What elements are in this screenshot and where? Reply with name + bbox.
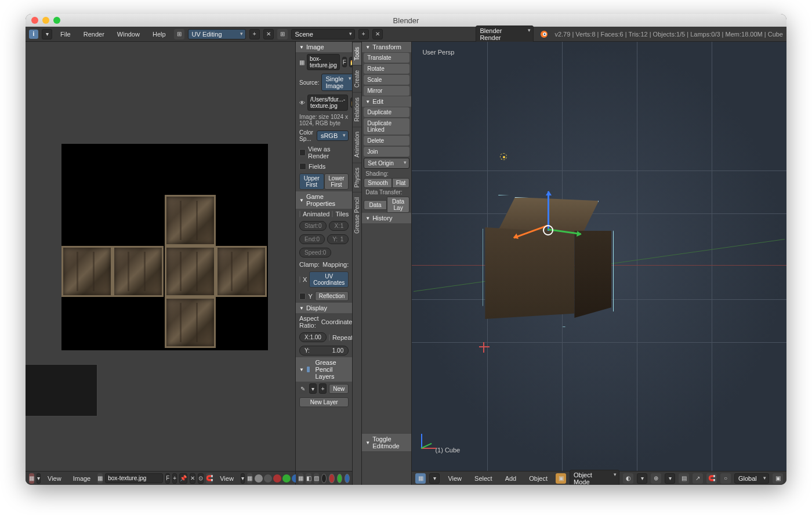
animated-checkbox[interactable] [299, 211, 300, 217]
toggle-editmode-header[interactable]: Toggle Editmode [362, 434, 411, 451]
grease-add-icon[interactable]: + [319, 383, 327, 394]
menu-window[interactable]: Window [113, 30, 144, 39]
menu-file[interactable]: File [56, 30, 75, 39]
rotate-button[interactable]: Rotate [364, 64, 409, 74]
data-layout-button[interactable]: Data Lay [387, 197, 410, 213]
pivot-dd-icon[interactable]: ▾ [665, 473, 675, 484]
tiles-x-field[interactable]: X:1 [329, 221, 349, 231]
render-border-icon[interactable]: ▣ [773, 473, 783, 484]
image-browse-icon[interactable]: ▦ [97, 473, 103, 484]
menu-help[interactable]: Help [148, 30, 171, 39]
scene-add-button[interactable]: + [358, 29, 369, 39]
layout-remove-button[interactable]: ✕ [263, 29, 274, 39]
manipulator-icon[interactable]: ↗ [693, 473, 703, 484]
uv-tool-icon[interactable]: ▦ [247, 473, 252, 484]
image-fakeuser-button[interactable]: F [165, 473, 170, 484]
image-new-button[interactable]: + [172, 473, 177, 484]
tiles-checkbox[interactable] [332, 211, 333, 217]
view3d-expand-icon[interactable]: ▾ [429, 473, 440, 484]
display-panel-header[interactable]: Display [296, 303, 352, 313]
uv-channel-icon[interactable]: ▾ [241, 473, 245, 484]
delete-button[interactable]: Delete [364, 136, 409, 146]
cube-object[interactable] [485, 197, 611, 325]
speed-field[interactable]: Speed:0 [299, 248, 331, 258]
colorspace-dropdown[interactable]: sRGB [317, 130, 349, 141]
pivot-point-icon[interactable]: ⊕ [651, 473, 661, 484]
repeat-checkbox[interactable] [329, 334, 330, 341]
uv-image-menu[interactable]: Image [68, 474, 96, 483]
mirror-button[interactable]: Mirror [364, 86, 409, 96]
start-field[interactable]: Start:0 [299, 221, 327, 231]
tiles-y-field[interactable]: Y:1 [327, 234, 349, 244]
layout-add-button[interactable]: + [249, 29, 260, 39]
uv-coordinates-button[interactable]: UV Coordinates [309, 271, 349, 288]
tab-tools[interactable]: Tools [353, 42, 361, 65]
shading-mode-icon[interactable]: ▦ [298, 473, 303, 484]
proportional-icon[interactable]: ○ [720, 473, 731, 484]
scene-remove-button[interactable]: ✕ [372, 29, 383, 39]
menu-render[interactable]: Render [79, 30, 109, 39]
transform-header[interactable]: Transform [362, 42, 411, 52]
history-header[interactable]: History [362, 213, 411, 223]
scale-button[interactable]: Scale [364, 75, 409, 85]
data-button[interactable]: Data [364, 200, 387, 210]
info-icon[interactable]: i [29, 30, 38, 39]
image-panel-header[interactable]: Image [296, 42, 352, 52]
reflection-button[interactable]: Reflection [315, 291, 349, 301]
new-layer-button[interactable]: New Layer [299, 397, 349, 407]
end-field[interactable]: End:0 [299, 234, 325, 244]
pivot-icon[interactable]: ⊙ [198, 473, 204, 484]
clamp-y-checkbox[interactable] [299, 293, 306, 300]
translate-button[interactable]: Translate [364, 53, 409, 63]
orientation-dropdown[interactable]: Global [734, 473, 769, 484]
pencil-icon[interactable]: ✎ [299, 383, 307, 394]
clamp-x-checkbox[interactable] [299, 276, 300, 283]
shading-sphere-icon[interactable]: ◐ [623, 473, 633, 484]
scene-dropdown[interactable]: Scene [291, 29, 355, 39]
lower-first-button[interactable]: Lower First [324, 173, 349, 190]
color-red-icon[interactable] [329, 474, 334, 483]
tab-grease-pencil[interactable]: Grease Pencil [353, 192, 361, 238]
color-black-icon[interactable] [321, 474, 327, 483]
layout-browse-icon[interactable]: ⊞ [174, 29, 184, 39]
uv-footer-expand-icon[interactable]: ▾ [37, 473, 41, 484]
duplicate-linked-button[interactable]: Duplicate Linked [364, 118, 409, 135]
image-unlink-button[interactable]: ✕ [190, 473, 195, 484]
fake-user-button[interactable]: F [342, 57, 347, 67]
tab-create[interactable]: Create [353, 65, 361, 92]
edit-header[interactable]: Edit [362, 96, 411, 107]
snap-toggle-icon[interactable]: 🧲 [706, 473, 717, 484]
editor-type-3d-icon[interactable]: ▦ [415, 473, 426, 484]
mode-icon[interactable]: ▣ [556, 473, 566, 484]
view-as-render-checkbox[interactable] [299, 149, 306, 156]
view3d-add-menu[interactable]: Add [501, 474, 521, 483]
duplicate-button[interactable]: Duplicate [364, 107, 409, 117]
aspect-y-field[interactable]: Y:1.00 [299, 346, 349, 356]
renderer-dropdown[interactable]: Blender Render [476, 26, 534, 43]
grease-new-button[interactable]: New [329, 384, 349, 394]
grease-panel-header[interactable]: Grease Pencil Layers [296, 357, 352, 382]
join-button[interactable]: Join [364, 147, 409, 157]
image-name-field[interactable]: box-texture.jpg [105, 473, 163, 483]
aspect-x-field[interactable]: X:1.00 [299, 332, 327, 342]
lamp-object[interactable] [500, 153, 507, 160]
mode-dropdown[interactable]: Object Mode [570, 470, 619, 485]
grease-dropdown-icon[interactable]: ▾ [309, 383, 317, 394]
info-dropdown-icon[interactable]: ▾ [42, 29, 52, 39]
color-blue-icon[interactable] [345, 474, 350, 483]
source-dropdown[interactable]: Single Image [321, 74, 353, 91]
game-props-header[interactable]: Game Properties [296, 191, 352, 209]
filepath-icon[interactable]: 👁 [299, 97, 305, 108]
view3d-object-menu[interactable]: Object [524, 474, 552, 483]
shading-dd-icon[interactable]: ▾ [637, 473, 647, 484]
upper-first-button[interactable]: Upper First [299, 173, 324, 190]
image-pin-icon[interactable]: 📌 [179, 473, 187, 484]
filepath-field[interactable]: /Users/fdur...-texture.jpg [307, 95, 348, 111]
layers-icon[interactable]: ▤ [679, 473, 689, 484]
layout-dropdown[interactable]: UV Editing [188, 29, 246, 39]
overlay-icon[interactable]: ◧ [306, 473, 311, 484]
tab-animation[interactable]: Animation [353, 126, 361, 162]
view3d-view-menu[interactable]: View [443, 474, 466, 483]
editor-type-icon[interactable]: ▦ [29, 473, 34, 484]
image-icon[interactable]: ▦ [299, 57, 304, 67]
